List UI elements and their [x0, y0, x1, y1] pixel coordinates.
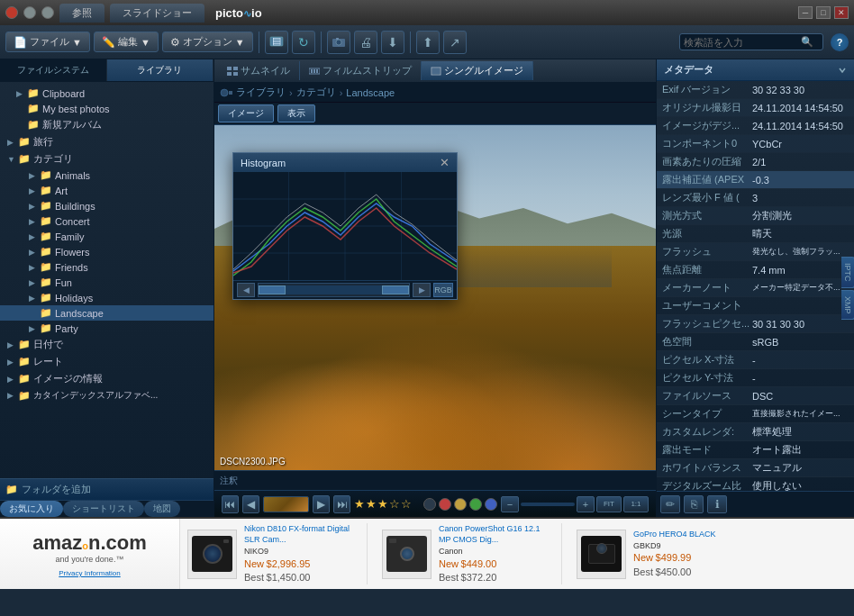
tab-shortlist[interactable]: ショートリスト [63, 501, 144, 517]
zoom-slider[interactable] [521, 503, 575, 506]
zoom-in-btn[interactable]: + [577, 496, 595, 512]
side-tag-1[interactable]: IPTC [841, 257, 854, 288]
search-icon[interactable]: 🔍 [801, 36, 813, 48]
breadcrumb-sep-2: › [340, 87, 343, 98]
color-none[interactable] [423, 498, 436, 511]
list-item[interactable]: ▶ 📁 Family [0, 229, 214, 244]
share-btn[interactable]: ↗ [443, 31, 467, 54]
list-item[interactable]: ▶ 📁 日付で [0, 336, 214, 353]
list-item[interactable]: ▶ 📁 Art [0, 183, 214, 198]
tab-favorites[interactable]: お気に入り [0, 501, 63, 517]
options-menu-btn[interactable]: ⚙ オプション ▼ [162, 32, 253, 52]
meta-key: ファイルソース [662, 389, 752, 403]
tab-library[interactable]: ライブラリ [107, 59, 214, 81]
color-red[interactable] [439, 498, 451, 511]
list-item[interactable]: ▶ 📁 Animals [0, 168, 214, 183]
close-btn[interactable] [5, 6, 18, 19]
hist-btn-2[interactable]: ▶ [413, 283, 431, 297]
hist-range-right [382, 285, 409, 294]
list-item[interactable]: ▼ 📁 カテゴリ [0, 150, 214, 168]
edit-menu-btn[interactable]: ✏️ 編集 ▼ [94, 32, 159, 52]
tree-arrow: ▶ [29, 171, 38, 180]
nav-prev-btn[interactable]: ◀ [242, 495, 259, 513]
meta-tool-edit[interactable]: ✏ [660, 495, 680, 513]
sidebar-item-image-info: イメージの情報 [33, 372, 103, 385]
list-item[interactable]: ▶ 📁 Flowers [0, 244, 214, 259]
side-tag-2[interactable]: XMP [841, 290, 854, 321]
tab-browse[interactable]: 参照 [59, 4, 104, 23]
nav-first-btn[interactable]: ⏮ [222, 495, 239, 513]
color-yellow[interactable] [454, 498, 467, 511]
list-item[interactable]: 📁 My best photos [0, 101, 214, 116]
import-btn[interactable]: ▤ [265, 31, 288, 54]
meta-val: - [752, 373, 849, 384]
nav-last-btn[interactable]: ⏭ [333, 495, 350, 513]
product-title-2[interactable]: Canon PowerShot G16 12.1 MP CMOS Dig... [439, 523, 547, 546]
nav-next-btn[interactable]: ▶ [313, 495, 330, 513]
hist-btn-1[interactable]: ◀ [237, 283, 255, 297]
download-btn[interactable]: ⬇ [381, 31, 404, 54]
list-item[interactable]: ▶ 📁 Fun [0, 275, 214, 290]
meta-key: オリジナル撮影日 [662, 101, 752, 114]
meta-val: オート露出 [752, 443, 849, 457]
color-blue[interactable] [485, 498, 497, 511]
histogram-close-btn[interactable]: ✕ [440, 156, 450, 169]
meta-key: シーンタイプ [662, 407, 752, 421]
add-folder-btn[interactable]: 📁 フォルダを追加 [0, 478, 214, 500]
zoom-full-btn[interactable]: 1:1 [623, 496, 649, 512]
view-tab-thumbnail[interactable]: サムネイル [218, 61, 300, 80]
collapse-icon[interactable] [838, 66, 847, 75]
color-green[interactable] [469, 498, 482, 511]
list-item[interactable]: ▶ 📁 旅行 [0, 133, 214, 150]
privacy-link[interactable]: Privacy Information [59, 569, 120, 577]
hist-color-btn[interactable]: RGB [433, 283, 453, 297]
print-btn[interactable]: 🖨 [354, 31, 377, 54]
view-tab-single[interactable]: シングルイメージ [422, 61, 533, 80]
list-item[interactable]: ▶ 📁 Holidays [0, 290, 214, 305]
list-item[interactable]: ▶ 📁 Party [0, 321, 214, 336]
list-item[interactable]: 📁 新規アルバム [0, 116, 214, 133]
image-mode-btn[interactable]: イメージ [218, 104, 274, 122]
list-item[interactable]: ▶ 📁 Concert [0, 213, 214, 229]
list-item[interactable]: ▶ 📁 イメージの情報 [0, 370, 214, 387]
meta-val: 2/1 [752, 157, 849, 168]
list-item[interactable]: ▶ 📁 レート [0, 353, 214, 370]
zoom-out-btn[interactable]: − [501, 496, 519, 512]
upload-btn[interactable]: ⬆ [416, 31, 440, 54]
tree-arrow: ▶ [29, 217, 38, 226]
refresh-btn[interactable]: ↻ [292, 31, 315, 54]
meta-val: -0.3 [752, 175, 849, 186]
win-restore[interactable]: □ [816, 6, 831, 19]
search-input[interactable] [684, 37, 801, 48]
win-minimize[interactable]: ─ [798, 6, 813, 19]
folder-icon: 📁 [40, 215, 52, 227]
metadata-rows: Exif バージョン 30 32 33 30 オリジナル撮影日 24.11.20… [657, 81, 854, 491]
display-mode-btn[interactable]: 表示 [277, 104, 315, 122]
list-item[interactable]: ▶ 📁 カタインデックスアルファベ... [0, 387, 214, 403]
list-item[interactable]: 📁 Landscape [0, 305, 214, 321]
meta-val: 3 [752, 193, 849, 204]
help-button[interactable]: ? [831, 33, 849, 51]
maximize-btn[interactable] [41, 6, 54, 19]
side-tags: IPTC XMP [841, 257, 854, 320]
meta-tool-info[interactable]: ℹ [707, 495, 727, 513]
meta-row: ファイルソース DSC [657, 387, 854, 405]
tab-filesystem[interactable]: ファイルシステム [0, 59, 107, 81]
list-item[interactable]: ▶ 📁 Clipboard [0, 86, 214, 101]
file-menu-btn[interactable]: 📄 ファイル ▼ [5, 32, 90, 52]
folder-icon: 📁 [40, 231, 52, 242]
win-close[interactable]: ✕ [834, 6, 849, 19]
view-tab-filmstrip[interactable]: フィルムストリップ [300, 61, 422, 80]
product-title-1[interactable]: Nikon D810 FX-format Digital SLR Cam... [244, 523, 352, 546]
zoom-fit-btn[interactable]: FIT [596, 496, 622, 512]
star-rating[interactable]: ★★★☆☆ [354, 497, 413, 511]
list-item[interactable]: ▶ 📁 Buildings [0, 198, 214, 213]
minimize-btn[interactable] [23, 6, 36, 19]
camera-btn[interactable] [327, 31, 350, 54]
file-icon: 📄 [14, 36, 27, 49]
list-item[interactable]: ▶ 📁 Friends [0, 259, 214, 275]
tab-map[interactable]: 地図 [144, 501, 180, 517]
product-title-3[interactable]: GoPro HERO4 BLACK [633, 529, 716, 540]
meta-tool-copy[interactable]: ⎘ [684, 495, 704, 513]
tab-slideshow[interactable]: スライドショー [110, 4, 204, 23]
